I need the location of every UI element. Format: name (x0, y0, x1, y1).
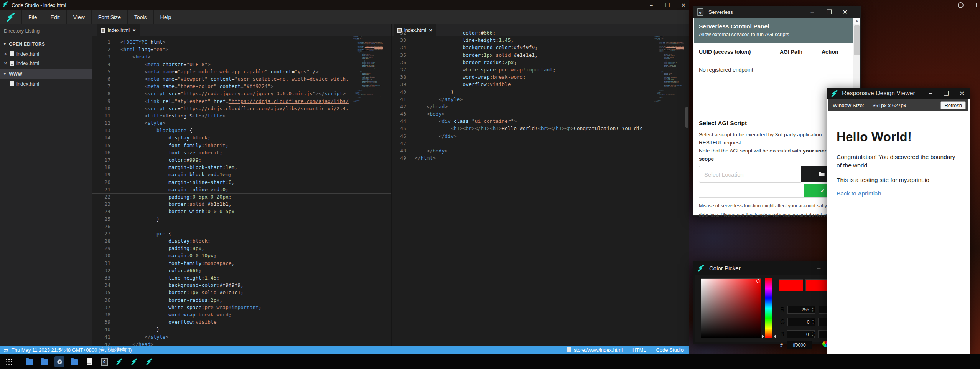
taskbar-start-grid-icon[interactable] (4, 356, 14, 367)
code-line-5[interactable]: 5 <meta name="apple-mobile-web-app-capab… (92, 68, 391, 75)
code-editor-right[interactable]: 32 color:#666;33 line-height:1.45;34 bac… (392, 29, 689, 346)
code-line-25[interactable]: 25 } (92, 215, 391, 223)
status-filetype[interactable]: HTML (632, 347, 646, 353)
code-line-31[interactable]: 31 font-family:monospace; (92, 260, 391, 267)
menu-help[interactable]: Help (154, 10, 178, 24)
code-line-6[interactable]: 6 <meta name="viewport" content="user-sc… (92, 75, 391, 83)
code-line-32[interactable]: 32 color:#666; (392, 29, 689, 36)
hue-slider[interactable] (765, 278, 772, 338)
hex-input[interactable]: ff0000 (787, 341, 812, 349)
minimize-button[interactable]: – (925, 88, 936, 99)
scroll-thumb[interactable] (854, 25, 860, 55)
code-line-39[interactable]: 39 overflow:visible (92, 318, 391, 326)
scroll-up-icon[interactable]: ▲ (853, 18, 860, 24)
code-line-42[interactable]: 42 </head> (92, 341, 391, 346)
code-line-15[interactable]: 15 font-family:inherit; (92, 142, 391, 149)
refresh-button[interactable]: Refresh (940, 101, 966, 109)
code-line-41[interactable]: 41 </style> (92, 333, 391, 341)
minimize-button[interactable]: – (645, 0, 658, 10)
open-editors-section[interactable]: ▼ OPEN EDITORS (0, 39, 92, 49)
menu-file[interactable]: File (22, 10, 44, 24)
code-line-10[interactable]: 10 <script src="https://cdnjs.cloudflare… (92, 105, 391, 112)
code-line-27[interactable]: 27 pre { (92, 230, 391, 237)
code-line-40[interactable]: 40 } (92, 326, 391, 333)
code-line-12[interactable]: 12 <style> (92, 119, 391, 127)
maximize-button[interactable]: ❐ (824, 6, 835, 18)
code-line-40[interactable]: 40 } (392, 88, 689, 96)
code-line-30[interactable]: 30 margin:0 0 10px; (92, 252, 391, 259)
taskbar-folder-icon[interactable] (25, 356, 35, 367)
script-location-input[interactable] (699, 166, 801, 183)
code-line-36[interactable]: 36 border-radius:2px; (392, 59, 689, 66)
code-line-21[interactable]: 21 margin-inline-end:0; (92, 186, 391, 193)
close-button[interactable]: ✕ (677, 0, 690, 10)
hue-marker-left[interactable] (762, 334, 764, 338)
close-button[interactable]: ✕ (956, 88, 968, 99)
taskbar-serverless-icon[interactable]: 0 (99, 356, 109, 367)
code-line-11[interactable]: 11 <title>Testing Site</title> (92, 112, 391, 119)
taskbar-folder-icon[interactable] (40, 356, 49, 367)
sidebar-file-index.html[interactable]: index.html (0, 79, 92, 88)
status-datetime[interactable]: Thu May 11 2023 21:54:48 GMT+0800 (台北標準時… (12, 347, 132, 354)
code-line-2[interactable]: 2<html lang="en"> (92, 46, 391, 53)
color-value-input[interactable]: 255▲▼ (787, 306, 815, 314)
sidebar-file-index.html[interactable]: ✕index.html (0, 49, 92, 58)
code-line-41[interactable]: 41 </style> (392, 96, 689, 103)
code-line-47[interactable]: 47 (392, 140, 689, 147)
code-line-35[interactable]: 35 border:1px solid #e1e1e1; (92, 289, 391, 296)
code-line-35[interactable]: 35 border:1px solid #e1e1e1; (392, 51, 689, 59)
serverless-titlebar[interactable]: 0 Serverless (693, 6, 861, 18)
code-line-13[interactable]: 13 blockquote { (92, 127, 391, 134)
code-line-33[interactable]: 33 line-height:1.45; (392, 36, 689, 44)
code-editor-left[interactable]: 1<!DOCTYPE html>2<html lang="en">3 <head… (92, 36, 391, 346)
viewer-titlebar[interactable]: Responsive Design Viewer – ❐ ✕ (827, 88, 970, 99)
taskbar-code-studio-icon[interactable] (144, 356, 154, 367)
sv-selector[interactable] (756, 279, 760, 283)
code-line-3[interactable]: 3 <head> (92, 53, 391, 60)
code-line-45[interactable]: 45 <h1><br></h1><h1>Hello World!<br></h1… (392, 125, 689, 132)
code-line-39[interactable]: 39 overflow:visible (392, 81, 689, 88)
menu-font-size[interactable]: Font Size (92, 10, 128, 24)
back-link[interactable]: Back to Aprintlab (837, 190, 960, 197)
minimap-right[interactable]: <!DOCTYPE html><html lang="en"> <head> <… (654, 36, 684, 328)
code-line-9[interactable]: 9 <link rel="stylesheet" href="https://c… (92, 98, 391, 105)
taskbar-document-icon[interactable] (84, 356, 94, 367)
www-section[interactable]: ▼ WWW (0, 69, 92, 79)
code-line-28[interactable]: 28 display:block; (92, 237, 391, 245)
code-line-46[interactable]: 46 </div> (392, 132, 689, 140)
code-line-38[interactable]: 38 word-wrap:break-word; (92, 311, 391, 318)
saturation-value-field[interactable] (701, 278, 761, 338)
close-tab-icon[interactable]: ✕ (132, 28, 136, 33)
color-value-input[interactable]: 0▲▼ (787, 330, 815, 338)
code-line-22[interactable]: 22 padding:0 5px 0 20px; (92, 193, 391, 200)
status-filepath[interactable]: store:/www/index.html (574, 347, 623, 353)
code-line-34[interactable]: 34 background-color:#f9f9f9; (92, 281, 391, 289)
hue-marker-right[interactable] (774, 334, 776, 338)
code-line-37[interactable]: 37 white-space:pre-wrap!important; (392, 66, 689, 73)
minimize-button[interactable]: – (813, 262, 825, 274)
menu-view[interactable]: View (67, 10, 92, 24)
maximize-button[interactable]: ❐ (940, 88, 952, 99)
code-line-48[interactable]: 48 </body> (392, 147, 689, 154)
code-line-26[interactable]: 26 (92, 223, 391, 230)
maximize-button[interactable]: ❐ (661, 0, 674, 10)
code-line-42[interactable]: –42 </head> (392, 103, 689, 110)
code-line-19[interactable]: 19 margin-block-end:1em; (92, 171, 391, 178)
code-line-49[interactable]: 49</html> (392, 154, 689, 162)
code-line-24[interactable]: 24 border-width:0 0 0 5px (92, 208, 391, 215)
code-line-33[interactable]: 33 line-height:1.45; (92, 274, 391, 281)
close-icon[interactable]: ✕ (4, 61, 8, 65)
code-line-32[interactable]: 32 color:#666; (92, 267, 391, 274)
code-line-34[interactable]: 34 background-color:#f9f9f9; (392, 44, 689, 51)
minimize-button[interactable]: – (807, 6, 818, 18)
taskbar-code-studio-icon[interactable] (114, 356, 124, 367)
taskbar-folder-icon[interactable] (69, 356, 79, 367)
code-line-8[interactable]: 8 <script src="https://code.jquery.com/j… (92, 90, 391, 97)
taskbar-disc-folder-icon[interactable] (54, 356, 64, 367)
code-line-7[interactable]: 7 <meta name="theme-color" content="#ff9… (92, 83, 391, 90)
code-line-37[interactable]: 37 white-space:pre-wrap!important; (92, 304, 391, 311)
close-button[interactable]: ✕ (839, 6, 851, 18)
sidebar-file-index.html[interactable]: ✕index.html (0, 58, 92, 68)
code-line-36[interactable]: 36 border-radius:2px; (92, 296, 391, 304)
menu-tools[interactable]: Tools (128, 10, 154, 24)
